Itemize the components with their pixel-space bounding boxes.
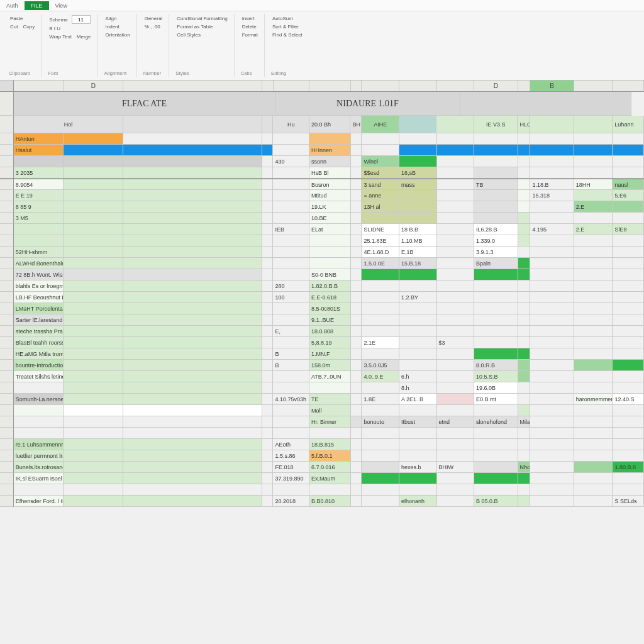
cell[interactable] (530, 484, 574, 496)
cell[interactable]: 9.1..BUE (309, 314, 350, 326)
cell[interactable] (518, 190, 531, 201)
cell[interactable] (518, 348, 531, 360)
cell[interactable] (273, 133, 309, 145)
tab-file[interactable]: FILE (25, 1, 49, 10)
cell[interactable] (64, 371, 123, 382)
row-header[interactable] (0, 371, 14, 382)
cell[interactable] (262, 292, 274, 303)
cell[interactable] (362, 269, 399, 280)
row-header[interactable] (0, 280, 14, 292)
cell[interactable] (309, 133, 350, 145)
cell[interactable]: 1.8E (362, 394, 399, 405)
cell[interactable] (437, 382, 475, 394)
cell[interactable] (437, 201, 475, 213)
cell[interactable] (574, 167, 613, 179)
cell[interactable] (262, 462, 274, 473)
cell[interactable] (530, 326, 574, 337)
cell[interactable] (474, 303, 518, 314)
cell[interactable] (351, 247, 362, 258)
cell[interactable] (530, 337, 574, 348)
hdr2[interactable] (530, 116, 574, 133)
cell[interactable] (518, 292, 531, 303)
row-header[interactable] (0, 201, 14, 213)
cell[interactable] (518, 247, 531, 258)
cell[interactable]: 3 M5 (14, 213, 64, 224)
cell[interactable]: 1.MN.F (309, 348, 350, 360)
cell[interactable] (574, 416, 613, 428)
col-header[interactable] (518, 80, 531, 91)
cell[interactable] (530, 303, 574, 314)
cell[interactable] (123, 382, 262, 394)
cell[interactable] (613, 337, 644, 348)
row-header[interactable] (0, 235, 14, 247)
row-header[interactable] (0, 247, 14, 258)
cell[interactable] (351, 428, 362, 439)
cell[interactable] (437, 145, 475, 156)
cell[interactable] (399, 439, 437, 450)
cell[interactable]: ELat (309, 224, 350, 235)
cell[interactable]: 25.1.83E (362, 235, 399, 247)
cell[interactable]: 15.B.18 (399, 258, 437, 269)
row-header[interactable] (0, 116, 14, 133)
cell[interactable] (262, 405, 274, 416)
format-button[interactable]: Format (241, 31, 259, 38)
cell[interactable]: E, (273, 326, 309, 337)
cell[interactable]: IL6.28.B (474, 224, 518, 235)
cell[interactable]: Bosron (309, 179, 350, 190)
cell[interactable] (474, 280, 518, 292)
cell[interactable] (530, 167, 574, 179)
cell[interactable] (123, 326, 262, 337)
cell[interactable]: blahls Es or lroegrmms (14, 280, 64, 292)
cell[interactable]: 37.319.890 (273, 473, 309, 484)
cell[interactable] (351, 156, 362, 167)
cell[interactable]: 430 (273, 156, 309, 167)
col-header[interactable] (262, 80, 274, 91)
cell[interactable] (64, 213, 123, 224)
cell[interactable] (437, 371, 475, 382)
cell[interactable]: IEB (273, 224, 309, 235)
cell[interactable] (273, 201, 309, 213)
col-header[interactable] (574, 80, 613, 91)
cell[interactable]: LB.HF Beoushnut Lalerta-Ponleatelnow.ins (14, 292, 64, 303)
cell[interactable]: 1.82.0.B.B (309, 280, 350, 292)
cell[interactable] (14, 428, 64, 439)
cell[interactable]: $3 (437, 337, 475, 348)
cell[interactable] (123, 484, 262, 496)
cell[interactable] (262, 484, 274, 496)
cell[interactable]: 4.10.75v03h (273, 394, 309, 405)
cell[interactable] (399, 145, 437, 156)
align-button[interactable]: Align (104, 15, 131, 22)
cell[interactable] (123, 247, 262, 258)
sort-filter-button[interactable]: Sort & Filter (271, 23, 635, 30)
cell[interactable] (309, 235, 350, 247)
insert-button[interactable]: Insert (241, 15, 259, 22)
wrap-text-button[interactable]: Wrap Text (48, 33, 73, 40)
cell[interactable] (613, 269, 644, 280)
row-header[interactable] (0, 326, 14, 337)
cell[interactable] (362, 382, 399, 394)
cell[interactable]: 3.5.0.0J5 (362, 360, 399, 371)
row-header[interactable] (0, 167, 14, 179)
hdr2[interactable] (123, 116, 262, 133)
cell[interactable] (64, 473, 123, 484)
cell[interactable]: Mtitud (309, 190, 350, 201)
cell[interactable] (437, 133, 475, 145)
cell[interactable] (14, 156, 64, 167)
cell[interactable] (399, 326, 437, 337)
cell[interactable] (262, 473, 274, 484)
cell[interactable] (273, 258, 309, 269)
cell[interactable] (474, 439, 518, 450)
cell[interactable]: Bpaln (474, 258, 518, 269)
cell[interactable] (123, 439, 262, 450)
hdr2[interactable] (262, 116, 274, 133)
cell[interactable] (437, 428, 475, 439)
cell[interactable] (123, 292, 262, 303)
cell[interactable] (437, 280, 475, 292)
cell[interactable] (64, 348, 123, 360)
cell[interactable] (574, 280, 613, 292)
cell[interactable] (262, 190, 274, 201)
cell[interactable] (123, 224, 262, 235)
cell[interactable] (362, 405, 399, 416)
cell[interactable]: 1.10.MB (399, 235, 437, 247)
cell[interactable] (437, 156, 475, 167)
